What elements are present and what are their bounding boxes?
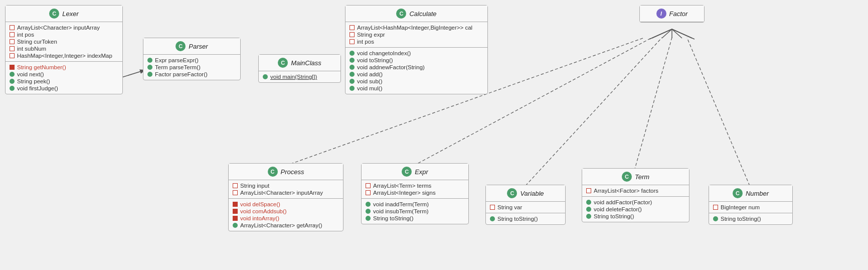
method-icon [350,79,355,84]
method-icon [366,209,371,214]
filled-icon [10,65,15,70]
field-icon [713,205,718,210]
lexer-field-3: String curToken [10,38,118,45]
variable-method-1: String toString() [490,215,561,222]
mainclass-methods: void main(String[]) [259,71,340,82]
lexer-circle: C [49,9,59,19]
calculate-field-2: String expr [350,31,483,38]
calculate-method-3: void addnewFactor(String) [350,64,483,71]
method-icon [10,72,15,77]
method-icon [350,86,355,91]
calculate-method-2: void toString() [350,57,483,64]
method-icon [366,202,371,207]
number-methods: String toString() [709,213,792,224]
term-name: Term [635,173,649,181]
number-method-1: String toString() [713,215,788,222]
method-icon [10,79,15,84]
parser-method-2: Term parseTerm() [147,64,236,71]
lexer-field-1: ArrayList<Character> inputArray [10,24,118,31]
mainclass-method-1: void main(String[]) [263,73,336,80]
mainclass-header: C MainClass [259,55,340,71]
method-icon [350,51,355,56]
process-fields: String input ArrayList<Character> inputA… [229,180,343,199]
term-header: C Term [582,169,689,185]
method-icon [586,214,591,219]
factor-header: I Factor [640,6,704,22]
expr-methods: void inaddTerm(Term) void insubTerm(Term… [362,199,468,224]
process-name: Process [281,168,304,176]
variable-fields: String var [486,202,565,213]
number-circle: C [733,188,743,198]
calculate-method-4: void add() [350,71,483,78]
lexer-method-2: void next() [10,71,118,78]
term-method-1: void addFactor(Factor) [586,199,685,206]
filled-icon [233,216,238,221]
expr-field-2: ArrayList<Integer> signs [366,189,464,196]
variable-header: C Variable [486,185,565,202]
calculate-circle: C [396,9,406,19]
svg-line-11 [672,29,682,38]
calculate-method-1: void changetoIndex() [350,50,483,57]
svg-line-2 [526,38,662,186]
process-class-box: C Process String input ArrayList<Charact… [228,163,343,231]
lexer-class-box: C Lexer ArrayList<Character> inputArray … [5,5,123,94]
number-name: Number [746,190,769,197]
number-field-1: BigInteger num [713,204,788,211]
calculate-name: Calculate [409,10,436,18]
method-icon [350,72,355,77]
lexer-method-4: void firstJudge() [10,85,118,92]
term-method-2: void deleteFactor() [586,206,685,213]
lexer-field-4: int subNum [10,45,118,52]
field-icon [366,190,371,195]
field-icon [10,46,15,51]
field-icon [233,183,238,188]
term-class-box: C Term ArrayList<Factor> factors void ad… [582,168,689,222]
field-icon [10,25,15,30]
lexer-fields: ArrayList<Character> inputArray int pos … [6,22,122,62]
variable-class-box: C Variable String var String toString() [485,185,566,225]
parser-method-3: Factor parseFactor() [147,71,236,78]
expr-method-2: void insubTerm(Term) [366,208,464,215]
parser-name: Parser [189,43,208,50]
calculate-methods: void changetoIndex() void toString() voi… [345,48,487,94]
number-header: C Number [709,185,792,202]
method-icon [586,200,591,205]
term-methods: void addFactor(Factor) void deleteFactor… [582,197,689,222]
svg-line-10 [662,29,672,38]
parser-method-1: Expr parseExpr() [147,57,236,64]
expr-header: C Expr [362,164,468,180]
method-icon [147,58,152,63]
parser-circle: C [176,41,186,51]
lexer-name: Lexer [62,10,79,18]
lexer-field-2: int pos [10,31,118,38]
process-method-1: void delSpace() [233,201,339,208]
process-circle: C [268,167,278,177]
lexer-method-3: String peek() [10,78,118,85]
parser-methods: Expr parseExpr() Term parseTerm() Factor… [143,55,240,80]
calculate-header: C Calculate [345,6,487,22]
svg-line-3 [634,38,672,171]
lexer-header: C Lexer [6,6,122,22]
term-method-3: String toString() [586,213,685,220]
field-icon [366,183,371,188]
method-icon [233,223,238,228]
lexer-methods: String getNumber() void next() String pe… [6,62,122,94]
process-field-2: ArrayList<Character> inputArray [233,189,339,196]
method-icon [147,72,152,77]
variable-field-1: String var [490,204,561,211]
svg-line-0 [120,70,144,78]
parser-header: C Parser [143,38,240,55]
lexer-field-5: HashMap<Integer,Integer> indexMap [10,52,118,59]
mainclass-box: C MainClass void main(String[]) [258,54,341,83]
variable-methods: String toString() [486,213,565,224]
method-icon [10,86,15,91]
mainclass-name: MainClass [291,59,321,67]
method-icon [263,74,268,79]
term-field-1: ArrayList<Factor> factors [586,187,685,194]
method-icon [350,65,355,70]
process-method-4: ArrayList<Character> getArray() [233,222,339,229]
method-icon [350,58,355,63]
method-icon [490,216,495,221]
process-method-3: void intoArray() [233,215,339,222]
method-icon [147,65,152,70]
